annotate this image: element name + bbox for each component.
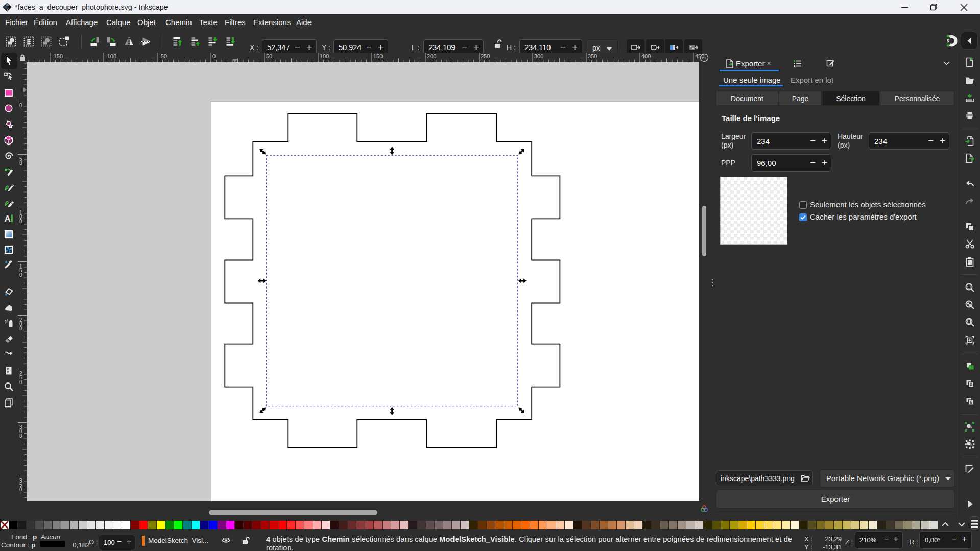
svg-text:-100: -100 xyxy=(105,53,116,59)
svg-text:100: 100 xyxy=(320,53,329,59)
svg-text:0: 0 xyxy=(19,160,22,166)
svg-text:0: 0 xyxy=(19,272,22,278)
svg-text:0: 0 xyxy=(19,487,22,492)
svg-text:0: 0 xyxy=(19,326,22,331)
svg-text:250: 250 xyxy=(481,53,490,59)
svg-text:350: 350 xyxy=(588,53,597,59)
svg-text:0: 0 xyxy=(19,433,22,439)
svg-text:0: 0 xyxy=(19,379,22,385)
svg-text:50: 50 xyxy=(266,53,272,59)
svg-text:0: 0 xyxy=(19,103,22,108)
svg-text:300: 300 xyxy=(534,53,543,59)
svg-text:200: 200 xyxy=(427,53,436,59)
svg-text:A: A xyxy=(5,214,11,224)
svg-text:-50: -50 xyxy=(159,53,167,59)
svg-text:150: 150 xyxy=(373,53,383,59)
svg-text:0: 0 xyxy=(212,53,216,59)
svg-text:0: 0 xyxy=(19,219,22,224)
svg-text:-150: -150 xyxy=(52,53,63,59)
svg-text:400: 400 xyxy=(641,53,651,59)
svg-text:1:1: 1:1 xyxy=(701,56,706,60)
